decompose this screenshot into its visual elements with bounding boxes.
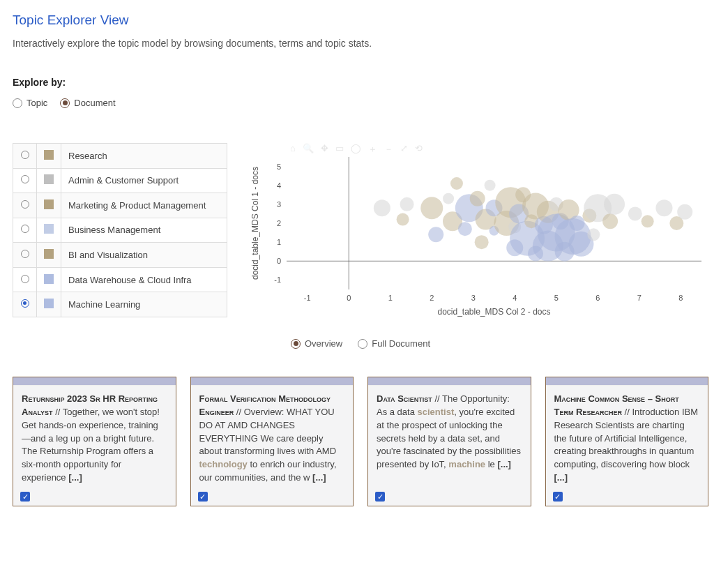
explore-by-radios: TopicDocument	[13, 98, 708, 108]
svg-text:docid_table_MDS Col 2 - docs: docid_table_MDS Col 2 - docs	[437, 307, 550, 317]
zoom-in-icon[interactable]: ＋	[368, 143, 377, 156]
card-header-bar	[191, 377, 354, 386]
topic-swatch	[44, 150, 54, 160]
pan-icon[interactable]: ✥	[321, 143, 328, 156]
document-card[interactable]: Machine Common Sense – Short Term Resear…	[545, 377, 709, 506]
svg-text:1: 1	[388, 294, 393, 302]
topic-row[interactable]: Admin & Customer Support	[13, 168, 227, 193]
topic-label: Business Management	[61, 218, 227, 243]
card-body: Returnship 2023 Sr HR Reporting Analyst …	[13, 386, 176, 506]
topic-radio[interactable]	[21, 200, 29, 209]
svg-point-22	[400, 197, 414, 211]
svg-text:5: 5	[277, 163, 281, 171]
view-mode-radio-full-document[interactable]: Full Document	[358, 338, 430, 349]
explore-radio-document[interactable]: Document	[60, 98, 115, 108]
topic-radio[interactable]	[21, 299, 29, 308]
card-checkbox[interactable]: ✓	[198, 492, 208, 502]
topic-radio[interactable]	[21, 225, 29, 233]
topic-row[interactable]: Machine Learning	[13, 292, 227, 317]
card-checkbox[interactable]: ✓	[553, 492, 563, 502]
topic-table: ResearchAdmin & Customer SupportMarketin…	[13, 143, 227, 317]
topic-swatch	[44, 274, 54, 284]
svg-point-59	[587, 228, 600, 241]
topic-row[interactable]: BI and Visualization	[13, 243, 227, 268]
topic-label: Marketing & Product Management	[61, 193, 227, 218]
svg-point-64	[642, 215, 654, 227]
svg-text:3: 3	[471, 294, 476, 302]
svg-text:-1: -1	[304, 294, 311, 302]
zoom-out-icon[interactable]: －	[384, 143, 393, 156]
topic-swatch	[44, 224, 54, 234]
svg-text:-1: -1	[274, 276, 281, 284]
ellipsis: [...]	[68, 472, 82, 483]
topic-row[interactable]: Business Management	[13, 218, 227, 243]
svg-text:3: 3	[277, 200, 281, 209]
topic-swatch	[44, 174, 54, 184]
topic-row[interactable]: Research	[13, 144, 227, 169]
svg-text:6: 6	[595, 294, 600, 302]
svg-text:0: 0	[347, 294, 351, 302]
reset-icon[interactable]: ⟲	[415, 143, 423, 156]
zoom-icon[interactable]: 🔍	[303, 143, 314, 156]
radio-label: Document	[74, 98, 115, 108]
highlight-term: technology	[199, 459, 248, 469]
scatter-chart[interactable]: -1012345678-1012345docid_table_MDS Col 2…	[248, 143, 708, 317]
svg-point-34	[485, 180, 496, 191]
highlight-term: scientist	[418, 407, 455, 417]
svg-point-32	[475, 235, 489, 249]
ellipsis: [...]	[497, 459, 511, 469]
topic-radio[interactable]	[21, 175, 29, 183]
radio-label: Overview	[305, 338, 342, 349]
topic-row[interactable]: Data Warehouse & Cloud Infra	[13, 267, 227, 292]
topic-row[interactable]: Marketing & Product Management	[13, 193, 227, 218]
svg-point-65	[655, 199, 672, 216]
card-title: Data Scientist	[377, 393, 432, 404]
svg-text:2: 2	[430, 294, 434, 302]
topic-radio[interactable]	[21, 151, 29, 159]
svg-point-67	[677, 204, 692, 220]
topic-swatch	[44, 199, 54, 209]
svg-text:4: 4	[513, 294, 517, 302]
svg-point-31	[470, 191, 485, 206]
lasso-icon[interactable]: ◯	[351, 143, 361, 156]
card-body: Formal Verification Methodology Engineer…	[191, 386, 354, 506]
document-card[interactable]: Returnship 2023 Sr HR Reporting Analyst …	[13, 377, 176, 506]
svg-text:8: 8	[678, 294, 683, 302]
view-mode-radio-overview[interactable]: Overview	[291, 338, 342, 349]
document-card[interactable]: Formal Verification Methodology Engineer…	[190, 377, 354, 506]
card-body: Machine Common Sense – Short Term Resear…	[546, 386, 708, 506]
topic-radio[interactable]	[21, 250, 29, 258]
camera-icon[interactable]: ⌂	[290, 143, 296, 156]
svg-text:1: 1	[277, 238, 281, 246]
card-checkbox[interactable]: ✓	[20, 492, 30, 502]
card-checkbox[interactable]: ✓	[375, 492, 385, 502]
topic-label: Machine Learning	[61, 292, 227, 317]
svg-point-24	[420, 197, 443, 219]
topic-label: Research	[61, 144, 227, 169]
document-cards-row: Returnship 2023 Sr HR Reporting Analyst …	[13, 377, 708, 506]
svg-point-61	[602, 213, 618, 229]
topic-label: Data Warehouse & Cloud Infra	[61, 267, 227, 292]
document-card[interactable]: Data Scientist // The Opportunity: As a …	[367, 377, 531, 506]
explore-radio-topic[interactable]: Topic	[13, 98, 47, 108]
explore-by-label: Explore by:	[13, 77, 708, 88]
ellipsis: [...]	[554, 472, 568, 483]
page-title: Topic Explorer View	[13, 13, 708, 28]
svg-point-29	[458, 222, 472, 236]
svg-text:docid_table_MDS Col 1 - docs: docid_table_MDS Col 1 - docs	[250, 167, 260, 280]
svg-text:0: 0	[277, 257, 281, 265]
svg-point-26	[443, 193, 454, 204]
card-header-bar	[13, 377, 176, 386]
topic-label: BI and Visualization	[61, 243, 227, 268]
view-mode-radios: OverviewFull Document	[13, 338, 708, 349]
topic-radio[interactable]	[21, 275, 29, 283]
box-select-icon[interactable]: ▭	[335, 143, 344, 156]
radio-label: Full Document	[372, 338, 430, 349]
scatter-chart-container: ⌂ 🔍 ✥ ▭ ◯ ＋ － ⤢ ⟲ -1012345678-1012345doc…	[248, 143, 708, 317]
chart-toolbar[interactable]: ⌂ 🔍 ✥ ▭ ◯ ＋ － ⤢ ⟲	[290, 143, 423, 156]
card-title: Formal Verification Methodology Engineer	[199, 393, 331, 417]
highlight-term: machine	[448, 459, 485, 469]
autoscale-icon[interactable]: ⤢	[400, 143, 408, 156]
svg-point-63	[628, 206, 642, 220]
svg-point-62	[604, 194, 625, 215]
